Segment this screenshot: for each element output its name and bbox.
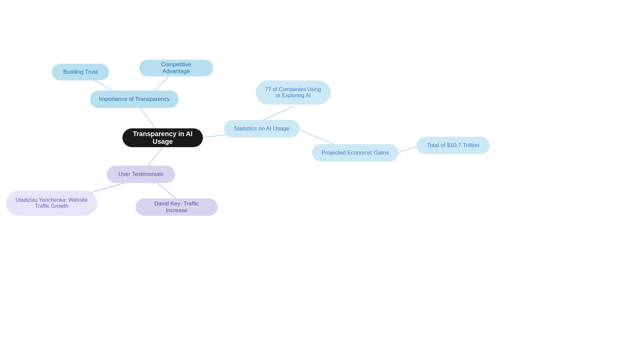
user-testimonials-node[interactable]: User Testimonials	[107, 166, 175, 183]
uladizlau-node[interactable]: Uladizlau Yanchenka: Website Traffic Gro…	[6, 190, 97, 216]
importance-transparency-node[interactable]: Importance of Transparency	[90, 90, 179, 108]
projected-economic-node[interactable]: Projected Economic Gains	[312, 144, 398, 162]
svg-line-6	[397, 146, 419, 153]
statistics-ai-node[interactable]: Statistics on AI Usage	[224, 120, 300, 137]
svg-line-9	[158, 183, 177, 199]
companies-ai-node[interactable]: 77 of Companies Using or Exploring AI	[256, 80, 331, 105]
competitive-advantage-node[interactable]: Competitive Advantage	[139, 60, 213, 76]
building-trust-node[interactable]: Building Trust	[52, 64, 109, 80]
david-key-node[interactable]: David Key: Traffic Increase	[136, 198, 218, 216]
svg-line-4	[261, 107, 293, 121]
total-trillion-node[interactable]: Total of $10.7 Trillion	[417, 137, 490, 154]
center-node[interactable]: Transparency in AI Usage	[122, 128, 203, 147]
mind-map-connections	[0, 0, 644, 363]
